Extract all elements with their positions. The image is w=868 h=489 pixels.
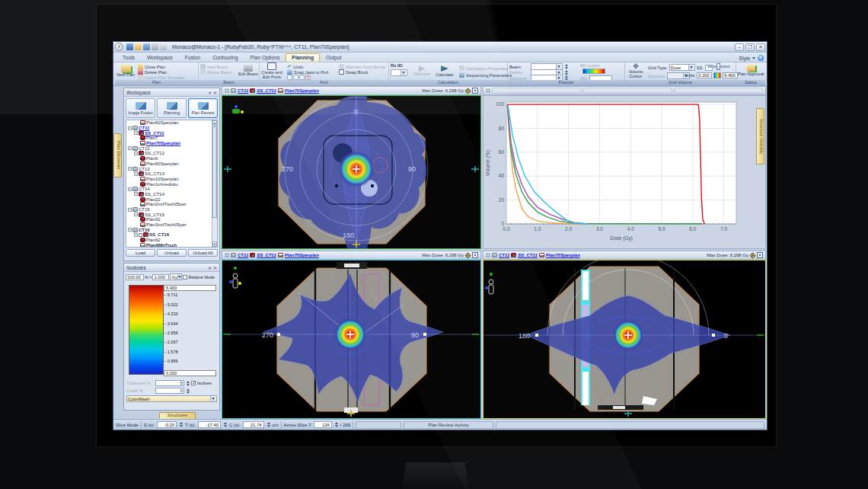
s-spinner[interactable] <box>180 422 183 427</box>
tree-expander-icon[interactable]: – <box>134 233 138 237</box>
tree-item-plan60sperplan[interactable]: Plan60Sperplan <box>126 161 212 167</box>
tree-expander-icon[interactable]: – <box>128 126 132 130</box>
create-edit-ports-button[interactable]: Create and Edit Ports <box>260 62 283 79</box>
tree-item-plan10sperplan[interactable]: Plan10Sperplan <box>126 177 212 182</box>
workspace-mode-planning[interactable]: Planning <box>157 98 187 118</box>
snap-jaws-button[interactable]: Snap Jaws to Port <box>287 69 328 75</box>
header-ct-link[interactable]: CT11 <box>499 253 509 257</box>
tree-item-ct15[interactable]: –CT15 <box>126 207 212 213</box>
tree-checkbox[interactable] <box>139 233 142 237</box>
close-panel-icon[interactable]: ✕ <box>213 90 217 95</box>
isodose-max-field[interactable]: 6.400 <box>164 285 216 291</box>
tree-item-plan62[interactable]: Plan62 <box>126 238 212 243</box>
header-plan-link[interactable]: Plan70Sperplan <box>285 88 319 93</box>
settings-icon[interactable] <box>152 43 158 50</box>
optimize-button[interactable]: ▶ Optimize <box>410 62 433 79</box>
ribbon-tab-contouring[interactable]: Contouring <box>206 53 244 62</box>
tree-expander-icon[interactable]: – <box>134 192 138 196</box>
tree-item-ct14[interactable]: –CT14 <box>126 187 212 192</box>
isodose-absolute-field[interactable]: 1.000 <box>152 274 169 280</box>
s-coordinate-field[interactable]: -0.20 <box>157 421 177 428</box>
tree-item-plan0[interactable]: Plan0 <box>126 156 212 161</box>
grid-slider-thumb[interactable] <box>716 63 720 70</box>
tree-item-plan7[interactable]: Plan7 <box>126 136 212 141</box>
tree-item-ss-ct12[interactable]: –SS_CT12 <box>126 151 212 156</box>
style-label[interactable]: Style <box>739 56 750 61</box>
pin-icon[interactable]: ▾ <box>209 90 211 95</box>
tree-expander-icon[interactable]: – <box>134 152 138 155</box>
header-ct-link[interactable]: CT11 <box>238 253 248 257</box>
swap-block-button[interactable]: Swap Block <box>339 69 368 75</box>
grip-icon[interactable] <box>225 253 229 257</box>
tree-expander-icon[interactable]: – <box>128 208 132 212</box>
units-min-field[interactable]: 0.200 <box>697 72 712 78</box>
plan-approval-button[interactable]: Plan Approval <box>736 62 765 79</box>
tree-item-plan60sperplan[interactable]: Plan60Sperplan <box>126 120 212 126</box>
edit-beam-button[interactable]: Edit Beam <box>238 62 258 79</box>
grid-slider-track[interactable] <box>707 66 730 68</box>
plan-elements-tab[interactable]: Plan Elements <box>113 133 122 177</box>
sequencing-parameters-button[interactable]: Sequencing Parameters <box>459 72 512 78</box>
tree-item-plan1ohnedoku[interactable]: Plan1ohnedoku <box>126 181 212 187</box>
thickness-field[interactable]: 5 <box>155 380 184 386</box>
t-spinner[interactable] <box>224 422 227 427</box>
port-tool-delete-icon[interactable]: ✕ <box>305 75 311 80</box>
dvh-chart-area[interactable]: 0204060801000.01.02.03.04.05.06.07.0Dose… <box>483 95 766 249</box>
tree-expander-icon[interactable]: – <box>134 131 138 135</box>
sagittal-view-canvas[interactable]: 180 0 <box>483 260 766 419</box>
ribbon-tab-plan-options[interactable]: Plan Options <box>244 53 286 62</box>
open-folder-icon[interactable] <box>135 43 142 50</box>
expand-viewport-icon[interactable] <box>472 88 478 94</box>
dose-reference-icon[interactable] <box>465 88 471 94</box>
dose-reference-icon[interactable] <box>465 252 471 258</box>
workspace-mode-image-fusion[interactable]: Image Fusion <box>126 98 155 118</box>
scroll-up-icon[interactable]: ▲ <box>212 120 217 126</box>
grip-icon[interactable] <box>486 253 490 257</box>
save-all-icon[interactable] <box>143 43 150 50</box>
tree-item-ct16[interactable]: –CT16 <box>126 227 212 232</box>
volume-cursor-button[interactable]: ✥ Volume Cursor <box>625 62 646 79</box>
scroll-down-icon[interactable]: ▼ <box>212 241 217 247</box>
active-slice-spinner[interactable] <box>335 422 338 427</box>
tree-item-plan70sperplan[interactable]: Plan70Sperplan <box>126 141 212 146</box>
tree-item-ct12[interactable]: –CT12 <box>126 145 212 151</box>
save-icon[interactable] <box>126 43 133 50</box>
t-coordinate-field[interactable]: -17.40 <box>198 421 221 428</box>
tree-item-ss-ct14[interactable]: –SS_CT14 <box>126 192 212 197</box>
pin-icon[interactable]: ▾ <box>209 265 211 270</box>
import-plan-template-button[interactable]: Import Plan Template <box>138 75 185 80</box>
header-ss-link[interactable]: SS_CT11 <box>257 88 276 93</box>
tree-item-ss-ct15[interactable]: –SS_CT15 <box>126 212 212 217</box>
workspace-tree-scrollbar[interactable]: ▲ ▼ <box>212 120 217 247</box>
unload-button[interactable]: Unload <box>157 249 187 257</box>
tree-expander-icon[interactable]: – <box>134 172 138 176</box>
app-logo-icon[interactable] <box>115 43 123 51</box>
isodose-percent-field[interactable]: 100.00 <box>126 274 144 280</box>
tree-item-ss-ct11[interactable]: –SS_CT11 <box>126 130 212 136</box>
tree-item-ct11[interactable]: –CT11 <box>126 126 212 131</box>
tree-item-ss-ct16[interactable]: –SS_CT16 <box>126 232 212 238</box>
tree-item-plan32[interactable]: Plan32 <box>126 217 212 222</box>
relative-mode-checkbox[interactable] <box>183 275 187 280</box>
tree-expander-icon[interactable]: – <box>128 228 132 232</box>
header-ss-link[interactable]: SS_CT11 <box>518 253 538 257</box>
style-dropdown-icon[interactable] <box>752 57 755 59</box>
expand-viewport-icon[interactable] <box>757 252 763 258</box>
c-spinner[interactable] <box>267 422 270 427</box>
calculation-properties-button[interactable]: Calculation Properties <box>459 66 508 71</box>
delete-beam-button[interactable]: Delete Beam <box>200 69 231 75</box>
tree-expander-icon[interactable]: – <box>128 187 132 191</box>
new-plan-button[interactable]: New Plan <box>116 62 136 79</box>
delete-plan-button[interactable]: Delete Plan <box>138 69 167 75</box>
grid-type-combo[interactable]: Dose <box>669 64 695 71</box>
tree-expander-icon[interactable]: – <box>128 167 132 171</box>
ribbon-tab-output[interactable]: Output <box>320 53 347 62</box>
grip-icon[interactable] <box>225 88 229 93</box>
dose-reference-icon[interactable] <box>750 252 756 258</box>
close-plan-button[interactable]: Close Plan <box>138 64 165 69</box>
cutoff-field[interactable]: 0 <box>155 388 184 394</box>
structure-visibility-tab[interactable]: Structure Visibility <box>756 108 764 165</box>
header-plan-link[interactable]: Plan70Sperplan <box>546 253 580 257</box>
tree-item-ct13[interactable]: –CT13 <box>126 166 212 171</box>
ribbon-tab-fusion[interactable]: Fusion <box>179 53 206 62</box>
